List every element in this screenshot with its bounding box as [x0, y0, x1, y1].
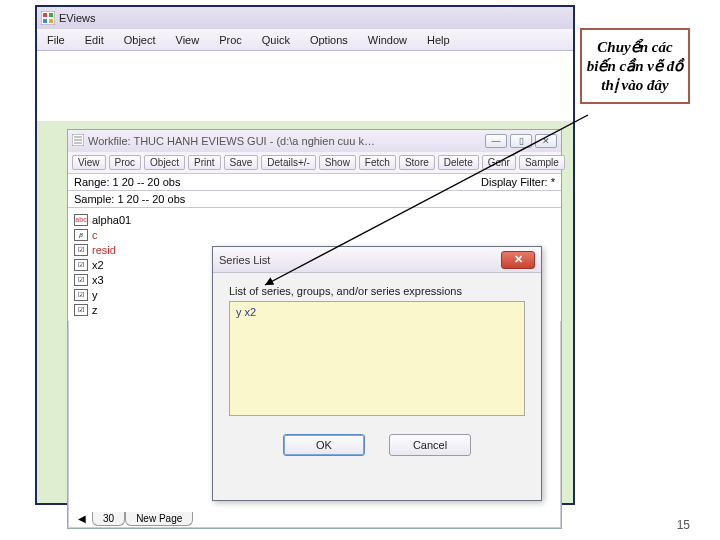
menu-window[interactable]: Window — [358, 34, 417, 46]
dialog-body: List of series, groups, and/or series ex… — [213, 273, 541, 468]
var-label: z — [92, 304, 98, 316]
tool-proc[interactable]: Proc — [109, 155, 142, 170]
tool-print[interactable]: Print — [188, 155, 221, 170]
var-label: alpha01 — [92, 214, 131, 226]
coef-icon: β — [74, 229, 88, 241]
tool-delete[interactable]: Delete — [438, 155, 479, 170]
tab-page[interactable]: 30 — [92, 512, 125, 526]
tool-store[interactable]: Store — [399, 155, 435, 170]
tool-genr[interactable]: Genr — [482, 155, 516, 170]
var-label: c — [92, 229, 98, 241]
range-text: Range: 1 20 -- 20 obs — [74, 176, 180, 188]
menu-view[interactable]: View — [166, 34, 210, 46]
series-icon: ☑ — [74, 274, 88, 286]
app-window: EViews File Edit Object View Proc Quick … — [35, 5, 575, 505]
workfile-range-row: Range: 1 20 -- 20 obs Display Filter: * — [68, 174, 561, 191]
tool-view[interactable]: View — [72, 155, 106, 170]
svg-rect-3 — [43, 19, 47, 23]
dialog-label: List of series, groups, and/or series ex… — [229, 285, 525, 297]
series-icon: ☑ — [74, 289, 88, 301]
dialog-close-button[interactable]: ✕ — [501, 251, 535, 269]
menu-file[interactable]: File — [37, 34, 75, 46]
display-filter: Display Filter: * — [481, 176, 555, 188]
series-icon: ☑ — [74, 304, 88, 316]
list-item[interactable]: abcalpha01 — [74, 212, 555, 227]
svg-rect-2 — [49, 13, 53, 17]
menu-options[interactable]: Options — [300, 34, 358, 46]
var-label: resid — [92, 244, 116, 256]
list-item[interactable]: βc — [74, 227, 555, 242]
workfile-titlebar: Workfile: THUC HANH EVIEWS GUI - (d:\a n… — [68, 130, 561, 152]
workfile-sample-row: Sample: 1 20 -- 20 obs — [68, 191, 561, 208]
app-title: EViews — [59, 12, 95, 24]
close-button[interactable]: ✕ — [535, 134, 557, 148]
sample-text: Sample: 1 20 -- 20 obs — [74, 193, 185, 205]
annotation-callout: Chuyển các biến cần vẽ đồ thị vào đây — [580, 28, 690, 104]
tool-save[interactable]: Save — [224, 155, 259, 170]
alpha-icon: abc — [74, 214, 88, 226]
menu-quick[interactable]: Quick — [252, 34, 300, 46]
series-list-dialog: Series List ✕ List of series, groups, an… — [212, 246, 542, 501]
workfile-tabs: ◀ 30 New Page — [72, 512, 193, 526]
var-label: x2 — [92, 259, 104, 271]
dialog-titlebar: Series List ✕ — [213, 247, 541, 273]
page-number: 15 — [677, 518, 690, 532]
menu-help[interactable]: Help — [417, 34, 460, 46]
dialog-title: Series List — [219, 254, 270, 266]
tool-object[interactable]: Object — [144, 155, 185, 170]
tool-show[interactable]: Show — [319, 155, 356, 170]
series-icon: ☑ — [74, 259, 88, 271]
client-area: Workfile: THUC HANH EVIEWS GUI - (d:\a n… — [37, 51, 573, 503]
maximize-button[interactable]: ▯ — [510, 134, 532, 148]
var-label: y — [92, 289, 98, 301]
var-label: x3 — [92, 274, 104, 286]
tool-fetch[interactable]: Fetch — [359, 155, 396, 170]
workfile-toolbar: View Proc Object Print Save Details+/- S… — [68, 152, 561, 174]
menu-edit[interactable]: Edit — [75, 34, 114, 46]
tool-details[interactable]: Details+/- — [261, 155, 316, 170]
menubar: File Edit Object View Proc Quick Options… — [37, 29, 573, 51]
app-titlebar: EViews — [37, 7, 573, 29]
menu-object[interactable]: Object — [114, 34, 166, 46]
workfile-title: Workfile: THUC HANH EVIEWS GUI - (d:\a n… — [88, 135, 375, 147]
tab-arrow-left[interactable]: ◀ — [72, 512, 92, 526]
app-icon — [41, 11, 55, 25]
svg-rect-1 — [43, 13, 47, 17]
tab-newpage[interactable]: New Page — [125, 512, 193, 526]
menu-proc[interactable]: Proc — [209, 34, 252, 46]
series-list-input[interactable] — [229, 301, 525, 416]
series-icon: ☑ — [74, 244, 88, 256]
ok-button[interactable]: OK — [283, 434, 365, 456]
tool-sample[interactable]: Sample — [519, 155, 565, 170]
svg-rect-4 — [49, 19, 53, 23]
workfile-icon — [72, 134, 84, 148]
cancel-button[interactable]: Cancel — [389, 434, 471, 456]
minimize-button[interactable]: — — [485, 134, 507, 148]
